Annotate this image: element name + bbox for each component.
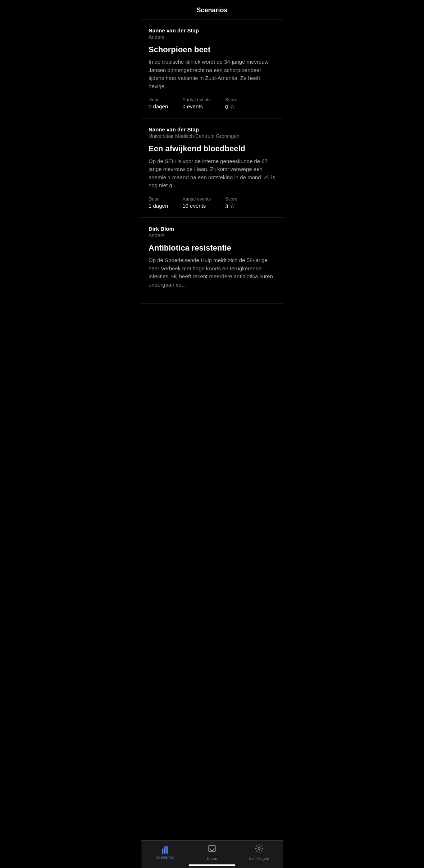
scenario-institution-3: Anders [149,233,275,238]
scenario-card-3[interactable]: Dirk Blom Anders Antibiotica resistentie… [141,218,283,303]
scenario-card-1[interactable]: Nanne van der Stap Anders Schorpioen bee… [141,19,283,118]
scenario-description-1: In de tropische kliniek wordt de 34-jari… [149,58,275,90]
meta-score-label-1: Score [225,97,237,102]
scenario-meta-1: Duur 0 dagen Aantal events 0 events Scor… [149,97,275,110]
meta-duur-label-1: Duur [149,97,168,102]
meta-duur-1: Duur 0 dagen [149,97,168,109]
meta-score-value-1: 0 ☆ [225,103,237,110]
score-star-icon-2: ☆ [230,203,235,210]
scenario-title-2: Een afwijkend bloedbeeld [149,144,275,153]
scenario-description-3: Op de Spoedeisende Hulp meldt zich de 58… [149,256,275,289]
meta-events-value-2: 10 events [182,203,211,209]
scenario-title-1: Schorpioen beet [149,45,275,54]
meta-events-label-1: Aantal events [182,97,211,102]
meta-events-1: Aantal events 0 events [182,97,211,109]
meta-events-2: Aantal events 10 events [182,196,211,209]
score-star-icon-1: ☆ [230,103,235,110]
scenario-author-3: Dirk Blom [149,226,275,232]
meta-score-2: Score 3 ☆ [225,196,237,210]
meta-score-value-2: 3 ☆ [225,203,237,210]
meta-duur-value-2: 1 dagen [149,203,168,209]
meta-score-label-2: Score [225,196,237,202]
page-title: Scenarios [149,6,275,14]
meta-events-value-1: 0 events [182,103,211,109]
scenario-institution-1: Anders [149,34,275,40]
meta-score-1: Score 0 ☆ [225,97,237,110]
scenario-meta-2: Duur 1 dagen Aantal events 10 events Sco… [149,196,275,210]
meta-duur-2: Duur 1 dagen [149,196,168,209]
scenario-author-1: Nanne van der Stap [149,27,275,33]
scenario-institution-2: Universitair Medisch Centrum Groningen [149,133,275,139]
scenario-title-3: Antibiotica resistentie [149,243,275,253]
page-header: Scenarios [141,0,283,19]
scenario-description-2: Op de SEH is voor de interne geneeskunde… [149,157,275,190]
meta-duur-value-1: 0 dagen [149,103,168,109]
meta-events-label-2: Aantal events [182,196,211,202]
scenario-author-2: Nanne van der Stap [149,126,275,132]
scenarios-list: Nanne van der Stap Anders Schorpioen bee… [141,19,283,332]
scenario-card-2[interactable]: Nanne van der Stap Universitair Medisch … [141,118,283,217]
meta-duur-label-2: Duur [149,196,168,202]
